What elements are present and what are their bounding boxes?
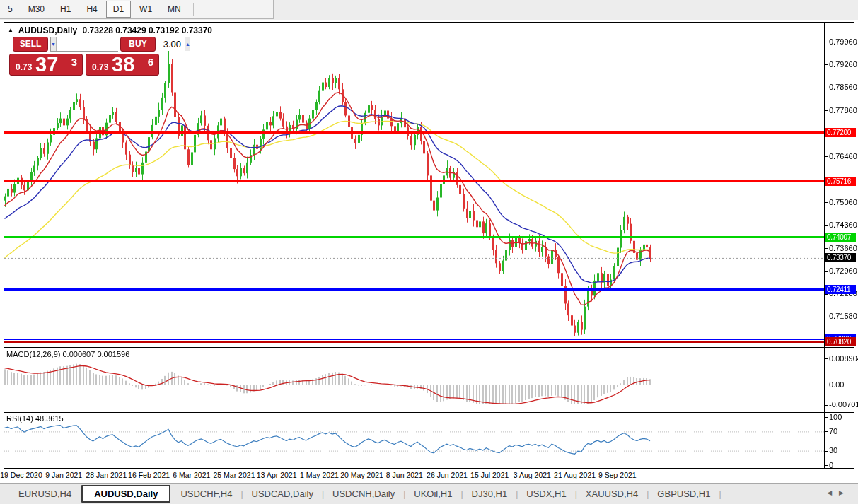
macd-axis-label: 0.00: [829, 380, 844, 389]
chart-symbol-label: AUDUSD,Daily: [18, 25, 77, 35]
timeframe-button-mn[interactable]: MN: [161, 1, 188, 18]
timeframe-button-d1[interactable]: D1: [106, 1, 131, 18]
chart-tab-gbpusd[interactable]: GBPUSD,H1: [649, 485, 719, 503]
buy-price-display[interactable]: 0.73 38 6: [86, 54, 159, 76]
collapse-arrow-icon[interactable]: ▲: [8, 27, 13, 33]
buy-price-big-digits: 38: [112, 53, 134, 76]
buy-price-pip-digit: 6: [148, 56, 153, 68]
price-tick-label: 0.71580: [829, 312, 857, 321]
price-level-badge: 0.72411: [825, 285, 856, 294]
price-tick-label: 0.74360: [829, 221, 857, 230]
rsi-axis-label: 30: [829, 446, 837, 455]
price-level-badge: 0.70820: [825, 337, 856, 346]
date-axis[interactable]: 19 Dec 20209 Jan 202128 Jan 202116 Feb 2…: [0, 469, 858, 483]
volume-increase-button[interactable]: ▲: [185, 37, 190, 51]
toolbar-separator: [193, 3, 194, 16]
chart-tab-usdcad[interactable]: USDCAD,Daily: [243, 485, 322, 503]
timeframe-toolbar: 5M30H1H4D1W1MN: [0, 0, 274, 19]
date-tick-label: 15 Jul 2021: [470, 471, 509, 479]
price-tick-label: 0.72960: [829, 266, 857, 276]
timeframe-button-h4[interactable]: H4: [79, 1, 104, 18]
price-level-badge: 0.73370: [825, 253, 856, 262]
price-tick-label: 0.79260: [829, 60, 857, 69]
price-tick-label: 0.79960: [829, 37, 857, 47]
rsi-axis-label: 70: [829, 427, 837, 436]
chart-tab-dj30[interactable]: DJ30,H1: [463, 485, 516, 503]
chart-tabs-bar: EURUSD,H4AUDUSD,DailyUSDCHF,H4|USDCAD,Da…: [0, 483, 858, 504]
rsi-axis-label: 100: [829, 413, 842, 422]
chart-area[interactable]: ▲ AUDUSD,Daily 0.73228 0.73429 0.73192 0…: [4, 22, 854, 469]
price-tick-label: 0.73660: [829, 244, 857, 253]
date-tick-label: 1 May 2021: [300, 471, 339, 479]
chart-tab-eurusd[interactable]: EURUSD,H4: [10, 485, 80, 503]
date-tick-label: 21 Aug 2021: [554, 471, 596, 479]
sell-price-display[interactable]: 0.73 37 3: [9, 54, 83, 76]
price-level-badge: 0.75716: [825, 177, 856, 186]
sell-price-prefix: 0.73: [16, 62, 32, 72]
timeframe-button-m30[interactable]: M30: [21, 1, 52, 18]
tab-scroll-arrows[interactable]: ◀▶: [827, 489, 851, 496]
date-tick-label: 13 Apr 2021: [257, 471, 297, 479]
chart-tab-usdx[interactable]: USDX,H1: [518, 485, 574, 503]
date-tick-label: 19 Dec 2020: [0, 471, 42, 479]
chart-tab-ukoil[interactable]: UKOil,H1: [405, 485, 460, 503]
date-tick-label: 9 Sep 2021: [598, 471, 637, 479]
date-tick-label: 25 Mar 2021: [214, 471, 255, 479]
price-level-badge: 0.74007: [825, 233, 856, 242]
trading-terminal-window: 5M30H1H4D1W1MN ▲ AUDUSD,Daily 0.73228 0.…: [0, 0, 858, 504]
date-tick-label: 28 Jan 2021: [86, 471, 127, 479]
sell-price-pip-digit: 3: [71, 56, 77, 68]
date-tick-label: 26 Jun 2021: [427, 471, 468, 479]
price-tick-label: 0.77860: [829, 106, 857, 115]
timeframe-button-5[interactable]: 5: [1, 1, 20, 18]
timeframe-button-h1[interactable]: H1: [53, 1, 78, 18]
toolbar-band: 5M30H1H4D1W1MN: [0, 0, 858, 20]
macd-axis-label: 0.008904: [829, 354, 858, 363]
one-click-trading-panel: SELL ▼ ▲ BUY 0.73 37 3 0.73 38 6: [9, 37, 159, 98]
chart-tab-usdchf[interactable]: USDCHF,H4: [172, 485, 240, 503]
tab-scroll-right-icon[interactable]: ▶: [839, 489, 851, 496]
date-tick-label: 3 Aug 2021: [514, 471, 551, 479]
tab-divider: |: [719, 489, 721, 499]
rsi-indicator-label: RSI(14) 48.3615: [6, 414, 64, 423]
date-tick-label: 20 May 2021: [340, 471, 383, 479]
price-level-badge: 0.77200: [825, 128, 856, 137]
date-tick-label: 9 Jan 2021: [45, 471, 82, 479]
sell-price-big-digits: 37: [35, 53, 58, 76]
macd-axis-label: -0.007013: [829, 400, 858, 409]
date-tick-label: 16 Feb 2021: [128, 471, 170, 479]
timeframe-button-w1[interactable]: W1: [132, 1, 159, 18]
chart-tab-usdcnh[interactable]: USDCNH,Daily: [324, 485, 403, 503]
tab-scroll-left-icon[interactable]: ◀: [827, 489, 839, 496]
date-tick-label: 8 Jun 2021: [386, 471, 423, 479]
price-tick-label: 0.76460: [829, 152, 857, 161]
buy-price-prefix: 0.73: [92, 62, 108, 72]
date-tick-label: 6 Mar 2021: [173, 471, 210, 479]
macd-indicator-label: MACD(12,26,9) 0.000607 0.001596: [6, 350, 129, 358]
price-tick-label: 0.78560: [829, 83, 857, 92]
sell-button[interactable]: SELL: [13, 37, 48, 52]
price-tick-label: 0.75060: [829, 198, 857, 207]
chart-tab-xauusd[interactable]: XAUUSD,H4: [577, 485, 647, 503]
buy-button[interactable]: BUY: [120, 37, 156, 52]
chart-title: ▲ AUDUSD,Daily 0.73228 0.73429 0.73192 0…: [8, 25, 215, 35]
chart-ohlc-values: 0.73228 0.73429 0.73192 0.73370: [83, 25, 213, 35]
volume-decrease-button[interactable]: ▼: [51, 37, 57, 51]
chart-tab-audusd[interactable]: AUDUSD,Daily: [81, 485, 170, 503]
volume-stepper: ▼ ▲: [50, 37, 118, 52]
